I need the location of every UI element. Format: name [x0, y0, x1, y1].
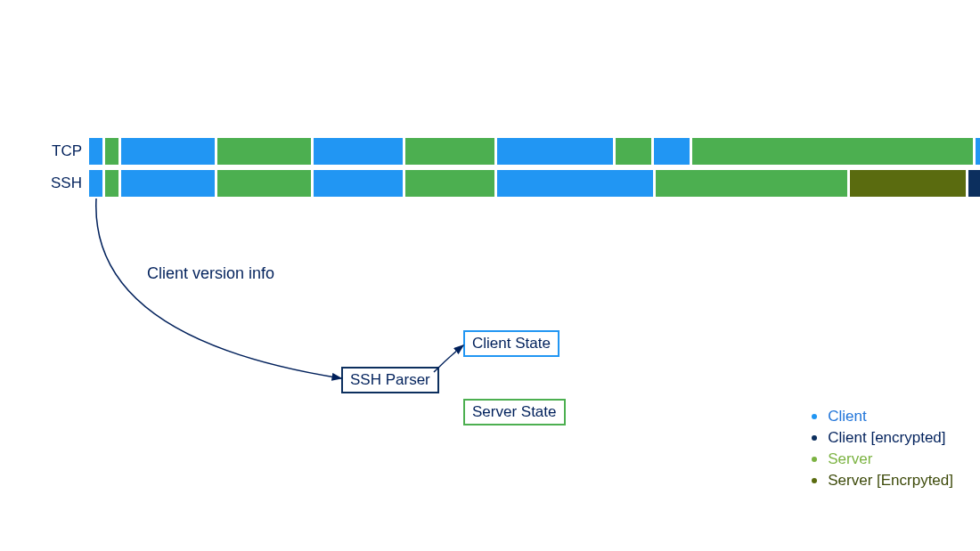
- tcp-seg: [314, 138, 403, 165]
- legend-server-enc: Server [Encrpyted]: [804, 472, 953, 490]
- ssh-seg: [497, 170, 653, 197]
- legend-client-enc-label: Client [encrypted]: [828, 429, 945, 447]
- tcp-seg: [89, 138, 102, 165]
- legend-server-label: Server: [828, 450, 872, 468]
- ssh-seg: [656, 170, 847, 197]
- legend-bullet-icon: [812, 435, 817, 441]
- legend: Client Client [encrypted] Server Server …: [804, 408, 953, 493]
- ssh-seg: [405, 170, 494, 197]
- server-state-box: Server State: [463, 399, 566, 425]
- legend-bullet-icon: [812, 414, 817, 419]
- legend-bullet-icon: [812, 457, 817, 462]
- tcp-seg: [121, 138, 215, 165]
- tcp-seg: [616, 138, 651, 165]
- legend-server-enc-label: Server [Encrpyted]: [828, 472, 953, 490]
- tcp-seg: [692, 138, 973, 165]
- ssh-seg: [968, 170, 980, 197]
- ssh-seg: [105, 170, 118, 197]
- ssh-row: SSH: [0, 170, 980, 197]
- ssh-seg: [89, 170, 102, 197]
- tcp-seg: [654, 138, 690, 165]
- tcp-seg: [217, 138, 311, 165]
- ssh-seg: [850, 170, 966, 197]
- ssh-seg: [121, 170, 215, 197]
- ssh-parser-box: SSH Parser: [341, 367, 439, 393]
- ssh-seg: [217, 170, 311, 197]
- client-state-box: Client State: [463, 330, 559, 357]
- legend-client: Client: [804, 408, 953, 425]
- ssh-segments: [89, 170, 980, 197]
- tcp-label: TCP: [0, 142, 89, 160]
- annotation-client-version: Client version info: [147, 264, 274, 283]
- tcp-row: TCP: [0, 138, 980, 165]
- legend-bullet-icon: [812, 478, 817, 483]
- tcp-segments: [89, 138, 980, 165]
- tcp-seg: [405, 138, 494, 165]
- tcp-seg: [497, 138, 613, 165]
- legend-server: Server: [804, 450, 953, 468]
- arrow-curve: [96, 199, 341, 378]
- ssh-label: SSH: [0, 174, 89, 192]
- legend-client-label: Client: [828, 408, 866, 425]
- ssh-seg: [314, 170, 403, 197]
- tcp-seg: [976, 138, 980, 165]
- tcp-seg: [105, 138, 118, 165]
- legend-client-enc: Client [encrypted]: [804, 429, 953, 447]
